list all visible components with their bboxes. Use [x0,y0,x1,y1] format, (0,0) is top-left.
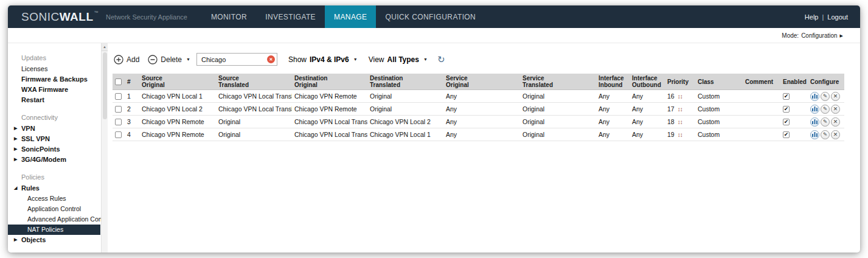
table-row: 1Chicago VPN Local 1Chicago VPN Local Tr… [113,90,844,103]
edit-icon[interactable]: ✎ [821,92,830,101]
clear-search-icon[interactable]: ✕ [267,55,275,63]
add-button-label: Add [127,55,139,64]
app-window: SONICWALL™ Network Security Appliance MO… [8,5,860,253]
search-input[interactable] [200,55,267,64]
column-header-destination-translated: DestinationTranslated [367,74,443,90]
sidebar-item-ssl-vpn[interactable]: ▶SSL VPN [8,134,100,144]
logo-sonic: SONIC [21,10,60,23]
nav-tab-manage[interactable]: MANAGE [325,5,376,28]
tree-collapsed-icon[interactable]: ▶ [14,136,17,141]
view-filter[interactable]: View All Types ▼ [369,55,428,64]
priority-cell: 19↕↕ [665,128,695,141]
enabled-checkbox[interactable]: ✔ [783,106,790,113]
circle-plus-icon [114,55,123,64]
logo-wall: WALL [60,10,94,23]
sidebar-item-wxa-firmware[interactable]: WXA Firmware [8,85,100,95]
row-checkbox[interactable] [115,119,122,125]
tree-collapsed-icon[interactable]: ▶ [14,157,17,161]
edit-icon[interactable]: ✎ [821,117,830,127]
tree-collapsed-icon[interactable]: ▶ [14,147,17,151]
configure-cell: ✎✕ [808,116,844,128]
show-filter[interactable]: Show IPv4 & IPv6 ▼ [288,55,358,64]
add-button[interactable]: Add [114,55,139,64]
nav-tab-quick-configuration[interactable]: QUICK CONFIGURATION [376,5,485,28]
refresh-icon[interactable]: ↻ [437,55,445,64]
help-link[interactable]: Help [805,13,819,21]
statistics-icon[interactable] [810,130,819,139]
sidebar-item-label: VPN [21,125,35,132]
sidebar-scrollbar[interactable]: ▲ [101,43,108,253]
row-checkbox[interactable] [115,106,122,113]
tree-collapsed-icon[interactable]: ▶ [14,237,17,242]
scroll-up-icon[interactable]: ▲ [102,43,108,51]
tree-collapsed-icon[interactable]: ▶ [14,126,17,130]
comment-cell [743,103,780,116]
edit-icon[interactable]: ✎ [821,130,830,139]
sidebar-item-objects[interactable]: ▶Objects [8,235,100,245]
show-value[interactable]: IPv4 & IPv6 [310,55,349,64]
sidebar-item-sonicpoints[interactable]: ▶SonicPoints [8,144,100,155]
sidebar-item-access-rules[interactable]: Access Rules [8,194,100,204]
priority-reorder-icon[interactable]: ↕↕ [678,93,682,100]
delete-icon[interactable]: ✕ [831,92,840,101]
table-row: 3Chicago VPN RemoteOriginalChicago VPN L… [113,116,844,128]
sidebar-item-licenses[interactable]: Licenses [8,64,100,74]
enabled-cell: ✔ [780,128,808,141]
column-header-class: Class [695,74,743,90]
sidebar-item-nat-policies[interactable]: NAT Policies [8,225,100,235]
mode-arrow-icon[interactable]: ▶ [840,33,843,38]
app-body: UpdatesLicensesFirmware & BackupsWXA Fir… [8,43,860,253]
delete-icon[interactable]: ✕ [831,130,840,139]
nav-tab-investigate[interactable]: INVESTIGATE [256,5,325,28]
sidebar-item-3g-4g-modem[interactable]: ▶3G/4G/Modem [8,155,100,165]
service-translated-cell: Original [520,128,596,141]
mode-value[interactable]: Configuration [801,32,837,39]
row-checkbox[interactable] [115,93,122,100]
column-header-destination-original: DestinationOriginal [292,74,367,90]
priority-reorder-icon[interactable]: ↕↕ [678,131,682,138]
view-value[interactable]: All Types [387,55,418,64]
enabled-cell: ✔ [780,116,808,128]
delete-icon[interactable]: ✕ [831,117,840,127]
sidebar-item-rules[interactable]: ◢Rules [8,183,100,194]
edit-icon[interactable]: ✎ [821,105,830,114]
destination-translated-cell: Chicago VPN Local 1 [367,128,443,141]
sidebar-item-application-control[interactable]: Application Control [8,204,100,214]
priority-reorder-icon[interactable]: ↕↕ [678,106,682,113]
configure-cell: ✎✕ [808,103,844,116]
interface-outbound-cell: Any [630,128,665,141]
nav-tab-monitor[interactable]: MONITOR [202,5,256,28]
column-header-source-translated: SourceTranslated [216,74,292,90]
column-header-configure: Configure [808,74,844,90]
appliance-label: Network Security Appliance [106,13,187,21]
sidebar-item-label: Application Control [27,205,81,212]
enabled-checkbox[interactable]: ✔ [783,93,790,100]
row-checkbox[interactable] [115,131,122,138]
search-box[interactable]: ✕ [196,53,277,66]
destination-original-cell: Chicago VPN Remote [292,103,367,116]
sidebar-item-vpn[interactable]: ▶VPN [8,124,100,134]
statistics-icon[interactable] [810,105,819,114]
table-row: 4Chicago VPN RemoteOriginalChicago VPN L… [113,128,844,141]
logout-link[interactable]: Logout [827,13,848,21]
scrollbar-thumb[interactable] [103,52,107,119]
delete-button[interactable]: Delete ▼ [148,55,190,64]
interface-outbound-cell: Any [630,116,665,128]
enabled-checkbox[interactable]: ✔ [783,131,790,138]
priority-reorder-icon[interactable]: ↕↕ [678,119,682,125]
sidebar-item-restart[interactable]: Restart [8,95,100,105]
delete-icon[interactable]: ✕ [831,105,840,114]
column-header-priority: Priority [665,74,695,90]
interface-inbound-cell: Any [596,128,630,141]
priority-cell: 18↕↕ [665,116,695,128]
select-all-checkbox[interactable] [115,78,122,85]
sidebar-item-advanced-application-control[interactable]: Advanced Application Control [8,214,100,225]
sidebar-item-label: SonicPoints [21,145,60,153]
statistics-icon[interactable] [810,92,819,101]
class-cell: Custom [695,128,743,141]
sidebar-item-firmware-backups[interactable]: Firmware & Backups [8,74,100,85]
tree-expanded-icon[interactable]: ◢ [14,186,17,190]
enabled-checkbox[interactable]: ✔ [783,119,790,125]
statistics-icon[interactable] [810,117,819,127]
column-header-interface-inbound: InterfaceInbound [596,74,630,90]
